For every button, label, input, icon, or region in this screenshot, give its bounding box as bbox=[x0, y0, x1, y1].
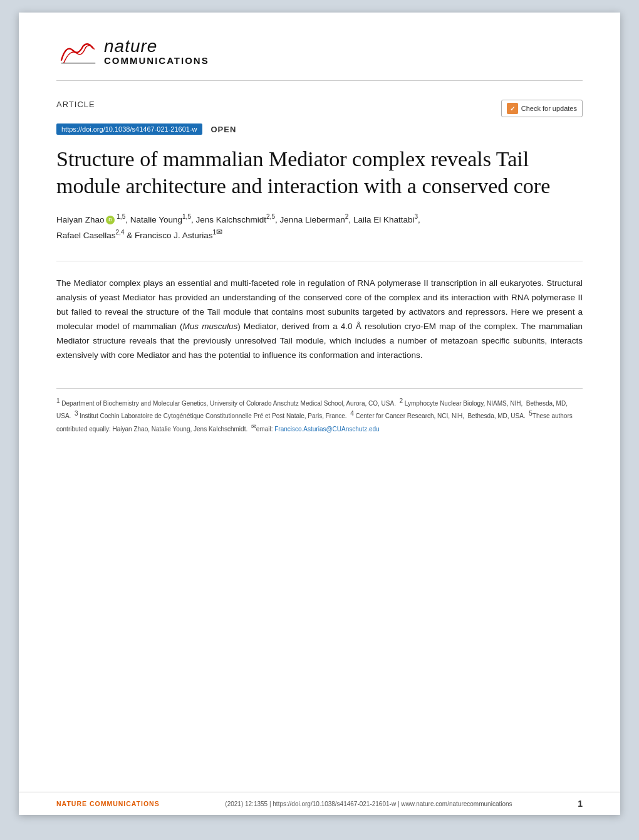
check-updates-button[interactable]: ✓ Check for updates bbox=[501, 100, 583, 117]
footer-journal-name: NATURE COMMUNICATIONS bbox=[56, 800, 160, 807]
abstract-text: The Mediator complex plays an essential … bbox=[56, 276, 583, 363]
authors-block: Haiyan ZhaoiD 1,5, Natalie Young1,5, Jen… bbox=[56, 212, 583, 242]
journal-name-block: nature COMMUNICATIONS bbox=[104, 38, 209, 66]
check-updates-label: Check for updates bbox=[521, 105, 577, 112]
article-page: nature COMMUNICATIONS ARTICLE ✓ Check fo… bbox=[19, 13, 620, 815]
author-2: Natalie Young bbox=[130, 215, 182, 224]
doi-link[interactable]: https://doi.org/10.1038/s41467-021-21601… bbox=[56, 123, 202, 135]
email-link[interactable]: Francisco.Asturias@CUAnschutz.edu bbox=[274, 426, 379, 433]
page-footer: NATURE COMMUNICATIONS (2021) 12:1355 | h… bbox=[19, 792, 620, 815]
author-5: Laila El Khattabi bbox=[353, 215, 415, 224]
author-7: Francisco J. Asturias bbox=[135, 231, 213, 240]
doi-row: https://doi.org/10.1038/s41467-021-21601… bbox=[56, 123, 583, 135]
check-updates-icon: ✓ bbox=[507, 103, 518, 114]
footnote-1: 1 Department of Biochemistry and Molecul… bbox=[56, 400, 573, 433]
open-access-badge: OPEN bbox=[211, 125, 237, 134]
nature-logo-icon bbox=[56, 38, 100, 69]
author-3: Jens Kalchschmidt bbox=[195, 215, 266, 224]
journal-subtitle: COMMUNICATIONS bbox=[104, 55, 209, 66]
article-type-label: ARTICLE bbox=[56, 100, 95, 109]
article-meta-row: ARTICLE ✓ Check for updates bbox=[56, 100, 583, 117]
section-divider bbox=[56, 261, 583, 261]
footer-citation: (2021) 12:1355 | https://doi.org/10.1038… bbox=[225, 801, 512, 807]
footer-page-number: 1 bbox=[578, 799, 583, 809]
article-title: Structure of mammalian Mediator complex … bbox=[56, 146, 583, 199]
author-4: Jenna Lieberman bbox=[279, 215, 345, 224]
journal-name: nature bbox=[104, 38, 209, 55]
journal-header: nature COMMUNICATIONS bbox=[56, 38, 583, 81]
author-1: Haiyan Zhao bbox=[56, 215, 105, 224]
footnotes-block: 1 Department of Biochemistry and Molecul… bbox=[56, 388, 583, 434]
author-6: Rafael Casellas bbox=[56, 231, 116, 240]
orcid-icon: iD bbox=[106, 216, 115, 224]
